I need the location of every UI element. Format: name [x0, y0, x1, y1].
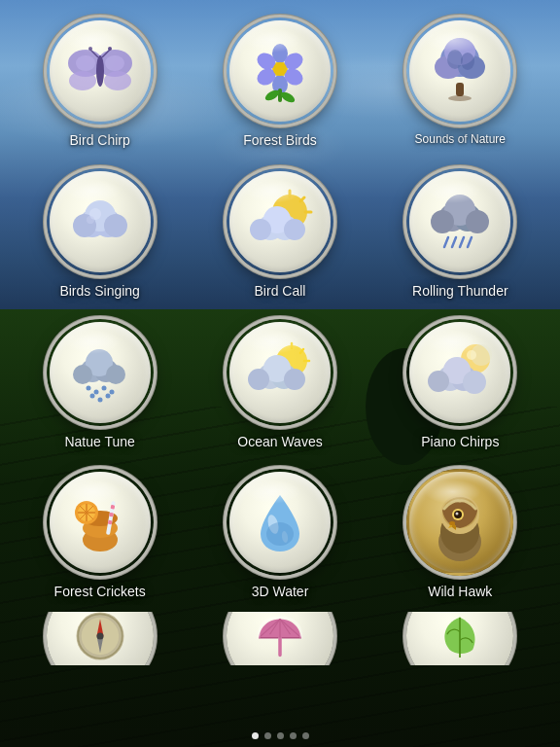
sounds-of-nature-cell[interactable]: Sounds of Nature — [370, 10, 550, 160]
page-indicators — [0, 732, 560, 739]
natue-tune-cell[interactable]: Natue Tune — [10, 311, 190, 462]
svg-point-3 — [104, 71, 131, 90]
piano-chirps-icon[interactable] — [406, 319, 513, 426]
ocean-waves-svg — [241, 334, 319, 411]
svg-rect-94 — [110, 505, 115, 510]
svg-point-44 — [250, 219, 271, 240]
page-dot-1[interactable] — [252, 732, 259, 739]
svg-point-99 — [266, 522, 294, 546]
sounds-of-nature-icon[interactable] — [406, 18, 513, 124]
rolling-thunder-cell[interactable]: Rolling Thunder — [370, 160, 550, 311]
svg-line-52 — [452, 237, 456, 247]
svg-point-59 — [106, 365, 125, 384]
3d-water-svg — [241, 483, 319, 561]
svg-point-2 — [69, 71, 96, 90]
wild-hawk-svg — [421, 483, 499, 561]
forest-crickets-label: Forest Crickets — [54, 584, 146, 600]
partial-icon-1[interactable] — [47, 612, 154, 665]
rolling-thunder-icon[interactable] — [406, 168, 513, 275]
page-dot-3[interactable] — [277, 732, 284, 739]
partial-cell-1[interactable] — [10, 612, 190, 665]
svg-rect-95 — [109, 513, 114, 517]
svg-point-62 — [101, 385, 106, 390]
ocean-waves-cell[interactable]: Ocean Waves — [190, 311, 369, 462]
sounds-of-nature-svg — [421, 32, 499, 110]
svg-rect-96 — [107, 520, 112, 525]
piano-chirps-svg — [421, 334, 499, 411]
svg-point-50 — [466, 210, 489, 233]
partial-icon-row — [0, 612, 560, 665]
bird-call-cell[interactable]: Bird Call — [190, 160, 369, 311]
partial-svg-3 — [426, 612, 494, 665]
partial-icon-2[interactable] — [227, 612, 333, 665]
birds-singing-cell[interactable]: Birds Singing — [10, 160, 190, 311]
forest-crickets-icon[interactable] — [47, 469, 154, 576]
forest-birds-svg — [241, 32, 319, 110]
svg-line-51 — [444, 237, 448, 247]
svg-point-36 — [87, 216, 94, 224]
svg-point-82 — [463, 371, 486, 394]
forest-crickets-cell[interactable]: Forest Crickets — [10, 461, 190, 612]
svg-point-5 — [105, 55, 124, 71]
svg-point-8 — [88, 47, 92, 51]
svg-point-106 — [456, 513, 459, 516]
piano-chirps-cell[interactable]: Piano Chirps — [370, 311, 550, 462]
svg-point-58 — [73, 365, 92, 384]
bird-call-icon[interactable] — [227, 168, 333, 275]
partial-svg-1 — [66, 612, 134, 665]
natue-tune-label: Natue Tune — [64, 434, 134, 450]
wild-hawk-icon[interactable] — [406, 469, 513, 576]
rolling-thunder-label: Rolling Thunder — [412, 283, 508, 300]
bird-chirp-label: Bird Chirp — [70, 132, 130, 149]
3d-water-icon[interactable] — [227, 469, 333, 576]
birds-singing-icon[interactable] — [47, 168, 154, 275]
svg-point-61 — [93, 389, 98, 394]
svg-point-34 — [104, 214, 127, 237]
3d-water-cell[interactable]: 3D Water — [190, 461, 369, 612]
svg-point-18 — [273, 62, 287, 76]
ocean-waves-label: Ocean Waves — [237, 434, 322, 450]
svg-line-53 — [460, 237, 464, 247]
forest-birds-label: Forest Birds — [243, 132, 316, 149]
rolling-thunder-svg — [421, 183, 499, 261]
svg-point-63 — [109, 389, 114, 394]
bird-chirp-svg — [61, 32, 139, 110]
page-dot-5[interactable] — [302, 732, 309, 739]
svg-point-26 — [447, 50, 463, 69]
svg-point-29 — [448, 95, 472, 101]
svg-point-10 — [108, 47, 112, 51]
sounds-of-nature-label: Sounds of Nature — [415, 132, 506, 146]
svg-point-65 — [97, 397, 102, 402]
svg-point-64 — [89, 393, 94, 398]
forest-birds-cell[interactable]: Forest Birds — [190, 10, 369, 160]
partial-svg-2 — [246, 612, 314, 665]
svg-point-27 — [461, 53, 474, 70]
svg-point-75 — [284, 369, 305, 390]
natue-tune-icon[interactable] — [47, 319, 154, 426]
svg-point-60 — [86, 385, 90, 390]
page-dot-2[interactable] — [264, 732, 271, 739]
partial-cell-3[interactable] — [370, 612, 550, 665]
icon-grid: Bird Chirp Forest Birds — [0, 0, 560, 612]
bird-chirp-icon[interactable] — [47, 18, 154, 124]
wild-hawk-label: Wild Hawk — [428, 584, 492, 600]
svg-line-39 — [300, 197, 304, 201]
3d-water-label: 3D Water — [252, 584, 309, 600]
partial-icon-3[interactable] — [406, 612, 513, 665]
svg-point-107 — [449, 521, 455, 525]
ocean-waves-icon[interactable] — [227, 319, 333, 426]
bird-chirp-cell[interactable]: Bird Chirp — [10, 10, 190, 160]
piano-chirps-label: Piano Chirps — [421, 434, 499, 450]
svg-point-4 — [76, 55, 95, 71]
svg-point-6 — [96, 55, 104, 87]
wild-hawk-cell[interactable]: Wild Hawk — [370, 461, 550, 612]
bird-call-label: Bird Call — [255, 283, 306, 300]
page-dot-4[interactable] — [290, 732, 297, 739]
svg-point-66 — [105, 393, 110, 398]
svg-point-74 — [248, 369, 269, 390]
bird-call-svg — [241, 183, 319, 261]
birds-singing-label: Birds Singing — [59, 283, 140, 300]
forest-crickets-svg — [61, 483, 139, 561]
partial-cell-2[interactable] — [190, 612, 369, 665]
forest-birds-icon[interactable] — [227, 18, 333, 124]
